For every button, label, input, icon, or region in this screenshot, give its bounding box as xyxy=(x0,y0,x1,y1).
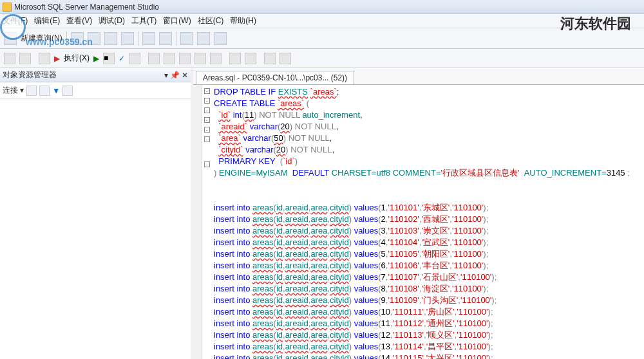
menu-tools[interactable]: 工具(T) xyxy=(131,15,156,26)
toolbar-btn[interactable] xyxy=(264,53,276,64)
tab-label: Areas.sql - PC0359-CN-10\...\pc03... (52… xyxy=(203,73,347,82)
fold-icon[interactable]: - xyxy=(204,107,210,113)
fold-icon[interactable]: - xyxy=(204,161,210,167)
menubar: 文件(F) 编辑(E) 查看(V) 调试(D) 工具(T) 窗口(W) 社区(C… xyxy=(0,14,644,28)
execute-button[interactable]: 执行(X) xyxy=(64,53,90,64)
menu-edit[interactable]: 编辑(E) xyxy=(34,15,60,26)
toolbar-btn[interactable] xyxy=(39,53,50,64)
toolbar-btn[interactable] xyxy=(214,32,227,45)
toolbar-main: 新建查询(N) xyxy=(0,28,644,49)
toolbar-btn[interactable] xyxy=(142,32,155,45)
toolbar-btn[interactable] xyxy=(210,53,222,64)
toolbar-btn[interactable] xyxy=(164,53,175,64)
toolbar-btn[interactable] xyxy=(229,53,241,64)
code-editor[interactable]: - - - - - - - DROP TABLE IF EXISTS `area… xyxy=(193,84,644,359)
app-icon xyxy=(3,3,12,12)
toolbar-btn[interactable] xyxy=(159,32,172,45)
toolbar-btn[interactable] xyxy=(129,53,140,64)
toolbar-btn[interactable]: ■ xyxy=(103,53,115,64)
toolbar-btn[interactable] xyxy=(197,32,210,45)
toolbar-btn[interactable] xyxy=(121,32,134,45)
toolbar-btn[interactable] xyxy=(62,86,73,96)
gutter xyxy=(193,85,202,359)
watermark: 河东软件园 xyxy=(560,14,631,33)
toolbar-btn[interactable] xyxy=(245,53,256,64)
logo-url: www.pc0359.cn xyxy=(26,37,93,47)
close-icon[interactable]: ✕ xyxy=(182,71,188,80)
menu-debug[interactable]: 调试(D) xyxy=(99,15,125,26)
fold-icon[interactable]: - xyxy=(204,117,210,123)
toolbar-btn[interactable] xyxy=(39,86,50,96)
toolbar-btn[interactable] xyxy=(26,86,37,96)
titlebar: Microsoft SQL Server Management Studio xyxy=(0,0,644,14)
toolbar-btn[interactable] xyxy=(279,53,291,64)
menu-window[interactable]: 窗口(W) xyxy=(163,15,191,26)
toolbar-btn[interactable] xyxy=(104,32,117,45)
tab-areas-sql[interactable]: Areas.sql - PC0359-CN-10\...\pc03... (52… xyxy=(196,71,354,84)
tree-view[interactable] xyxy=(0,99,191,359)
fold-icon[interactable]: - xyxy=(204,136,210,142)
menu-community[interactable]: 社区(C) xyxy=(198,15,224,26)
title-text: Microsoft SQL Server Management Studio xyxy=(14,3,159,12)
main-area: 对象资源管理器 ▾ 📌 ✕ 连接 ▾ ▼ Areas.sql - PC0359-… xyxy=(0,68,644,359)
dropdown-icon[interactable]: ▾ xyxy=(164,71,168,80)
code-content[interactable]: DROP TABLE IF EXISTS `areas`; CREATE TAB… xyxy=(211,85,644,359)
menu-help[interactable]: 帮助(H) xyxy=(230,15,256,26)
separator xyxy=(138,32,138,46)
fold-icon[interactable]: - xyxy=(204,98,210,104)
menu-view[interactable]: 查看(V) xyxy=(66,15,92,26)
fold-column: - - - - - - - xyxy=(202,85,211,359)
toolbar-btn[interactable] xyxy=(194,53,206,64)
editor-area: Areas.sql - PC0359-CN-10\...\pc03... (52… xyxy=(193,68,644,359)
toolbar-btn[interactable] xyxy=(179,53,191,64)
panel-header: 对象资源管理器 ▾ 📌 ✕ xyxy=(0,68,191,82)
pin-icon[interactable]: 📌 xyxy=(170,71,180,80)
object-explorer: 对象资源管理器 ▾ 📌 ✕ 连接 ▾ ▼ xyxy=(0,68,193,359)
toolbar-btn[interactable] xyxy=(4,53,15,64)
panel-title: 对象资源管理器 xyxy=(3,69,57,80)
separator xyxy=(176,32,176,46)
panel-toolbar: 连接 ▾ ▼ xyxy=(0,82,191,99)
toolbar-btn[interactable] xyxy=(180,32,193,45)
logo-icon xyxy=(0,14,26,40)
toolbar-sql: ▶ 执行(X) ▶ ■ ✓ xyxy=(0,49,644,68)
fold-icon[interactable]: - xyxy=(204,88,210,94)
connect-button[interactable]: 连接 ▾ xyxy=(3,85,24,96)
toolbar-btn[interactable] xyxy=(19,53,31,64)
fold-icon[interactable]: - xyxy=(204,127,210,133)
filter-icon[interactable]: ▼ xyxy=(52,86,60,95)
toolbar-btn[interactable] xyxy=(148,53,160,64)
